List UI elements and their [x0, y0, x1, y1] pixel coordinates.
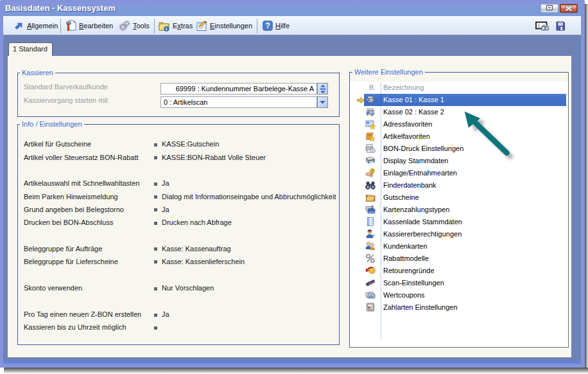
svg-text:€: € [371, 169, 374, 174]
svg-text:abc: abc [369, 294, 375, 298]
svg-text:2: 2 [371, 205, 374, 209]
svg-text:?: ? [265, 21, 270, 30]
svg-text:I: I [538, 22, 540, 28]
